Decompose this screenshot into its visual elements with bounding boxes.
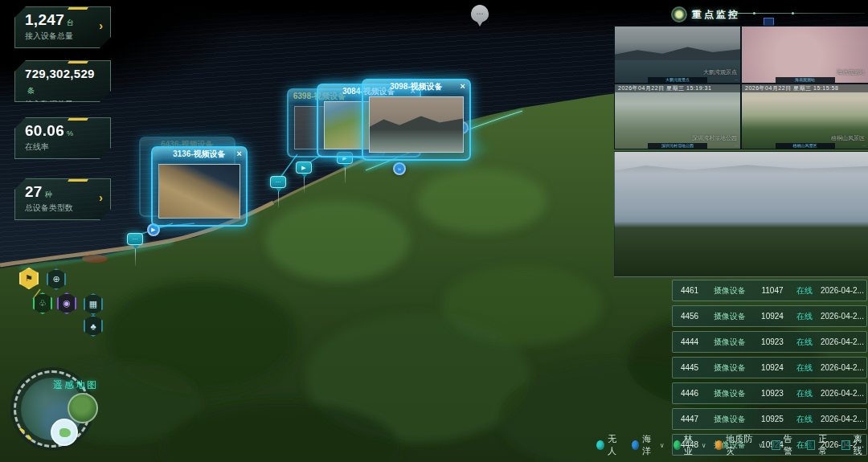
globe-icon: ⊕ xyxy=(52,274,59,284)
device-date: 2026-04-2... xyxy=(817,337,866,346)
status-badge: 在线 xyxy=(792,414,817,425)
device-type: 摄像设备 xyxy=(706,311,753,322)
marker-cluster-balloon[interactable]: ⋯ xyxy=(471,5,489,22)
video-feed-main[interactable] xyxy=(614,151,868,277)
legend-label: 告警 xyxy=(784,433,798,457)
minimap-globe-circle[interactable] xyxy=(51,419,78,446)
dots-icon: ⋯ xyxy=(477,10,484,18)
legend-category-ocean[interactable]: 海洋∨ xyxy=(632,433,665,457)
table-row[interactable]: 4461摄像设备11047在线2026-04-2... xyxy=(672,280,867,301)
watermark-text: 梧桐山风景区 xyxy=(831,134,865,142)
table-row[interactable]: 4444摄像设备10923在线2026-04-2... xyxy=(672,331,867,353)
globe-land xyxy=(59,428,71,437)
legend-status-alarm[interactable]: 告警 xyxy=(772,433,798,457)
line-dot xyxy=(753,12,755,14)
feed-controls-icon[interactable]: ⋯ xyxy=(862,77,866,83)
chevron-down-icon: ∨ xyxy=(758,442,763,449)
video-grid: 大鹏湾观景点 大鹏湾观景点 ⋯ 海底观测站 海底观测站 ⋯ 2026年04月22… xyxy=(614,26,868,149)
popup-title: 3136-视频设备 xyxy=(153,148,246,161)
legend-category-geohazard[interactable]: 地质防灾∨ xyxy=(715,433,764,457)
checkbox-icon[interactable] xyxy=(807,440,815,450)
feed-timestamp: 2026年04月22日 星期三 15:19:31 xyxy=(615,84,740,92)
device-code: 11047 xyxy=(753,286,792,295)
device-code: 10924 xyxy=(753,363,792,372)
close-icon[interactable]: × xyxy=(461,81,465,92)
forestry-pin-icon xyxy=(674,440,682,450)
chevron-right-icon[interactable]: › xyxy=(99,19,103,32)
legend-status-normal[interactable]: 正常 xyxy=(807,433,833,457)
marker-camera-cluster[interactable]: ⋯ xyxy=(127,233,143,245)
popup-video-thumbnail[interactable] xyxy=(369,96,464,153)
device-date: 2026-04-2... xyxy=(817,363,866,372)
stat-card-device-types: 27种 总设备类型数 › xyxy=(14,178,111,220)
video-feed-4[interactable]: 2026年04月22日 星期三 15:15:58 梧桐山风景区 梧桐山风景区 ⋯ xyxy=(742,84,868,149)
device-code: 10924 xyxy=(753,312,792,321)
stat-unit: % xyxy=(67,129,73,137)
mountain-silhouette xyxy=(615,46,740,60)
dots-icon: ⋯ xyxy=(133,236,138,243)
ocean-pin-icon xyxy=(632,440,640,450)
legend-status-offline[interactable]: 离线 xyxy=(841,433,868,457)
status-badge: 在线 xyxy=(792,311,817,322)
chevron-down-icon: ∨ xyxy=(660,442,665,449)
device-date: 2026-04-2... xyxy=(817,415,866,423)
device-type: 摄像设备 xyxy=(706,337,753,348)
table-row[interactable]: 4445摄像设备10924在线2026-04-2... xyxy=(672,357,867,378)
chevron-right-icon[interactable]: › xyxy=(99,191,103,204)
feed-controls-icon[interactable]: ⋯ xyxy=(862,143,866,149)
device-id: 4445 xyxy=(673,363,706,372)
marker-camera-cluster[interactable]: ⋯ xyxy=(270,176,286,188)
close-icon[interactable]: × xyxy=(237,149,242,159)
card-accent-notch xyxy=(68,179,88,182)
device-type: 摄像设备 xyxy=(706,362,753,374)
popup-video-thumbnail[interactable] xyxy=(158,164,240,219)
geohazard-pin-icon xyxy=(715,440,723,450)
card-accent-notch xyxy=(68,7,88,10)
popup-3098[interactable]: 3098-视频设备 × xyxy=(362,79,471,161)
header-divider-line xyxy=(731,13,865,14)
stat-label: 总设备类型数 xyxy=(25,202,102,214)
stat-card-online-rate: 60.06% 在线率 xyxy=(14,117,111,159)
table-row[interactable]: 4447摄像设备10925在线2026-04-2... xyxy=(672,408,867,430)
minimap-forest-circle[interactable] xyxy=(68,393,98,423)
watermark-text: 大鹏湾观景点 xyxy=(703,68,737,76)
checkbox-icon[interactable] xyxy=(772,440,780,450)
legend-category-forestry[interactable]: 林业∨ xyxy=(674,433,706,457)
checkbox-icon[interactable] xyxy=(841,440,850,450)
table-row[interactable]: 4456摄像设备10924在线2026-04-2... xyxy=(672,305,867,327)
stat-card-data: 729,302,529条 接入数据总量 xyxy=(14,60,111,102)
device-date: 2026-04-2... xyxy=(817,286,866,295)
device-id: 4446 xyxy=(673,389,706,398)
mountain-haze xyxy=(615,161,868,174)
legend-category-drone[interactable]: 无人 xyxy=(596,433,623,457)
feed-controls-icon[interactable]: ⋯ xyxy=(735,77,739,83)
video-feed-2[interactable]: 海底观测站 海底观测站 ⋯ xyxy=(742,27,868,83)
status-badge: 在线 xyxy=(792,388,817,399)
play-icon: ▶ xyxy=(151,227,155,233)
marker-camera[interactable]: ▶ xyxy=(296,161,312,174)
location-pin-icon: ◉ xyxy=(63,298,71,309)
minimap-label: 遥感地图 xyxy=(53,378,98,392)
marker-ocean[interactable]: ≈ xyxy=(393,162,406,175)
stat-label: 在线率 xyxy=(25,141,102,153)
popup-3136[interactable]: 3136-视频设备 × xyxy=(151,146,248,227)
legend-label: 无人 xyxy=(608,433,622,457)
feed-controls-icon[interactable]: ⋯ xyxy=(735,143,739,149)
watermark-text: 深圳湾村湿地公园 xyxy=(692,134,737,142)
stat-value: 1,247 xyxy=(25,11,64,28)
legend-label: 海洋 xyxy=(642,433,657,457)
device-code: 10925 xyxy=(753,415,792,423)
stat-value: 729,302,529 xyxy=(25,67,95,80)
device-id: 4444 xyxy=(673,337,706,346)
video-feed-3[interactable]: 2026年04月22日 星期三 15:19:31 深圳湾村湿地公园 深圳湾村湿地… xyxy=(615,84,740,149)
stat-unit: 台 xyxy=(67,18,74,27)
stat-card-devices: 1,247台 接入设备总量 › xyxy=(14,6,111,48)
legend-label: 地质防灾 xyxy=(726,433,755,457)
video-feed-1[interactable]: 大鹏湾观景点 大鹏湾观景点 ⋯ xyxy=(615,27,740,83)
status-badge: 在线 xyxy=(792,285,817,296)
status-badge: 在线 xyxy=(792,337,817,348)
feed-caption: 大鹏湾观景点 xyxy=(648,77,707,83)
chevron-down-icon: ∨ xyxy=(702,442,706,449)
table-row[interactable]: 4446摄像设备10923在线2026-04-2... xyxy=(672,382,867,404)
device-id: 4461 xyxy=(673,286,706,295)
